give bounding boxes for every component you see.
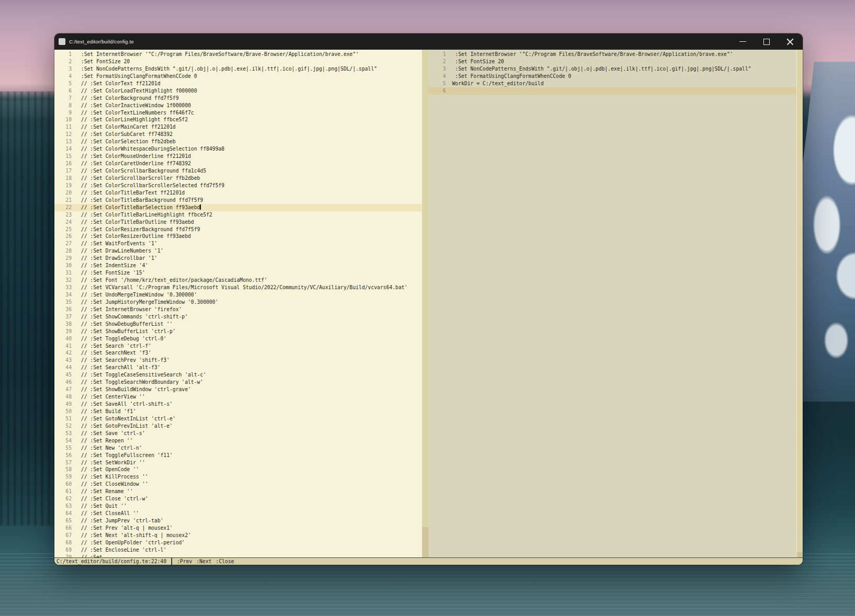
code-line[interactable]: 39 // :Set ShowBufferList 'ctrl-p'	[54, 328, 422, 335]
code-line[interactable]: 58 // :Set OpenCode ''	[54, 466, 422, 473]
code-line[interactable]: 3 :Set NonCodePatterns_EndsWith ".git/|.…	[429, 65, 796, 73]
code-line[interactable]: 17 // :Set ColorScrollbarBackground ffa1…	[54, 167, 422, 175]
code-line[interactable]: 55 // :Set New 'ctrl-n'	[54, 444, 422, 452]
code-line[interactable]: 61 // :Set Rename ''	[54, 488, 422, 495]
code-line[interactable]: 10 // :Set ColorLineHighlight ffbce5f2	[54, 116, 422, 123]
code-line[interactable]: 2 :Set FontSize 20	[429, 58, 796, 65]
code-line[interactable]: 38 // :Set ShowDebugBufferList ''	[54, 321, 422, 328]
right-scrollbar[interactable]	[796, 50, 803, 557]
code-line[interactable]: 53 // :Set Save 'ctrl-s'	[54, 430, 422, 437]
code-line[interactable]: 57 // :Set SetWorkDir ''	[54, 459, 422, 466]
code-line[interactable]: 59 // :Set KillProcess ''	[54, 473, 422, 481]
code-line[interactable]: 7 // :Set ColorBackground ffd7f5f9	[54, 95, 422, 102]
code-line[interactable]: 9 // :Set ColorTextLineNumbers ff646f7c	[54, 109, 422, 117]
code-line[interactable]: 3 :Set NonCodePatterns_EndsWith ".git/|.…	[54, 65, 422, 73]
code-line[interactable]: 2 :Set FontSize 20	[54, 58, 422, 65]
code-line[interactable]: 46 // :Set ToggleSearchWordBoundary 'alt…	[54, 379, 422, 386]
code-line[interactable]: 11 // :Set ColorMainCaret ff21201d	[54, 123, 422, 131]
code-line[interactable]: 5WorkDir = C:/text_editor/build	[429, 80, 796, 87]
code-line[interactable]: 23 // :Set ColorTitleBarLineHighlight ff…	[54, 211, 422, 219]
code-line[interactable]: 1 :Set InternetBrowser '"C:/Program File…	[429, 51, 796, 58]
minimize-button[interactable]	[731, 33, 755, 50]
code-line[interactable]: 31 // :Set FontSize '15'	[54, 269, 422, 277]
code-line[interactable]: 15 // :Set ColorMouseUnderline ff21201d	[54, 153, 422, 160]
code-line[interactable]: 47 // :Set ShowBuildWindow 'ctrl-grave'	[54, 386, 422, 393]
close-button[interactable]	[778, 33, 802, 50]
code-line[interactable]: 18 // :Set ColorScrollbarScroller ffb2db…	[54, 175, 422, 182]
left-scrollbar-thumb[interactable]	[422, 50, 429, 527]
code-line[interactable]: 62 // :Set Close 'ctrl-w'	[54, 495, 422, 503]
code-line[interactable]: 41 // :Set Search 'ctrl-f'	[54, 343, 422, 350]
line-number: 13	[54, 138, 72, 145]
code-line[interactable]: 66 // :Set Prev 'alt-q | mousex1'	[54, 524, 422, 532]
code-line[interactable]: 24 // :Set ColorTitleBarOutline ff93aebd	[54, 219, 422, 226]
code-line[interactable]: 56 // :Set ToggleFullscreen 'f11'	[54, 452, 422, 459]
code-line[interactable]: 49 // :Set SaveAll 'ctrl-shift-s'	[54, 401, 422, 408]
code-line[interactable]: 5 // :Set ColorText ff21201d	[54, 80, 422, 87]
code-line[interactable]: 25 // :Set ColorResizerBackground ffd7f5…	[54, 226, 422, 233]
code-line[interactable]: 14 // :Set ColorWhitespaceDuringSelectio…	[54, 145, 422, 153]
code-line[interactable]: 67 // :Set Next 'alt-shift-q | mousex2'	[54, 532, 422, 539]
code-line[interactable]: 19 // :Set ColorScrollbarScrollerSelecte…	[54, 182, 422, 189]
code-line[interactable]: 60 // :Set CloseWindow ''	[54, 481, 422, 488]
status-command-next[interactable]: :Next	[196, 558, 211, 564]
code-text: // :Set ColorTitleBarSelection ff93aebd	[72, 204, 201, 211]
app-icon	[59, 38, 65, 45]
code-line[interactable]: 70 // :Set	[54, 554, 422, 557]
code-line[interactable]: 8 // :Set ColorInactiveWindow 1f000000	[54, 102, 422, 109]
code-line[interactable]: 44 // :Set SearchAll 'alt-f3'	[54, 364, 422, 371]
code-line[interactable]: 54 // :Set Reopen ''	[54, 437, 422, 444]
code-line[interactable]: 51 // :Set GotoNextInList 'ctrl-e'	[54, 415, 422, 423]
code-line[interactable]: 6 // :Set ColorLoadTextHighlight f000000	[54, 87, 422, 95]
code-line[interactable]: 6	[429, 87, 796, 95]
code-line[interactable]: 37 // :Set ShowCommands 'ctrl-shift-p'	[54, 313, 422, 321]
code-line[interactable]: 12 // :Set ColorSubCaret ff748392	[54, 131, 422, 138]
code-line[interactable]: 4 :Set FormatUsingClangFormatWhenCCode 0	[54, 73, 422, 80]
code-line[interactable]: 22 // :Set ColorTitleBarSelection ff93ae…	[54, 204, 422, 211]
code-line[interactable]: 20 // :Set ColorTitleBarText ff21201d	[54, 189, 422, 197]
code-line[interactable]: 65 // :Set JumpPrev 'ctrl-tab'	[54, 517, 422, 524]
left-scrollbar[interactable]	[422, 50, 429, 557]
code-line[interactable]: 21 // :Set ColorTitleBarBackground ffd7f…	[54, 197, 422, 204]
line-number: 30	[54, 262, 72, 269]
editor-pane-inactive[interactable]: 1 :Set InternetBrowser '"C:/Program File…	[429, 50, 796, 557]
code-line[interactable]: 32 // :Set Font '/home/krz/text_editor/p…	[54, 277, 422, 284]
code-line[interactable]: 68 // :Set OpenUpFolder 'ctrl-period'	[54, 539, 422, 546]
code-line[interactable]: 40 // :Set ToggleDebug 'ctrl-0'	[54, 335, 422, 343]
code-line[interactable]: 52 // :Set GotoPrevInList 'alt-e'	[54, 423, 422, 430]
code-line[interactable]: 34 // :Set UndoMergeTimeWindow '0.300000…	[54, 291, 422, 299]
code-line[interactable]: 63 // :Set Quit ''	[54, 503, 422, 510]
maximize-button[interactable]	[755, 33, 778, 50]
line-number: 49	[54, 401, 72, 408]
right-scrollbar-thumb[interactable]	[797, 50, 803, 552]
line-number: 9	[54, 109, 72, 117]
code-line[interactable]: 26 // :Set ColorResizerOutline ff93aebd	[54, 233, 422, 240]
code-line[interactable]: 4 :Set FormatUsingClangFormatWhenCCode 0	[429, 73, 796, 80]
code-line[interactable]: 42 // :Set SearchNext 'f3'	[54, 349, 422, 357]
code-line[interactable]: 43 // :Set SearchPrev 'shift-f3'	[54, 357, 422, 364]
code-line[interactable]: 69 // :Set EncloseLine 'ctrl-l'	[54, 546, 422, 554]
code-line[interactable]: 1 :Set InternetBrowser '"C:/Program File…	[54, 51, 422, 58]
code-line[interactable]: 50 // :Set Build 'f1'	[54, 408, 422, 415]
code-line[interactable]: 29 // :Set DrawScrollbar '1'	[54, 255, 422, 262]
code-line[interactable]: 36 // :Set InternetBrowser 'firefox'	[54, 306, 422, 313]
code-line[interactable]: 16 // :Set ColorCaretUnderline ff748392	[54, 160, 422, 167]
editor-pane-active[interactable]: 1 :Set InternetBrowser '"C:/Program File…	[54, 50, 422, 557]
code-text: // :Set DrawLineNumbers '1'	[72, 247, 163, 255]
code-line[interactable]: 30 // :Set IndentSize '4'	[54, 262, 422, 269]
code-line[interactable]: 27 // :Set WaitForEvents '1'	[54, 240, 422, 247]
code-line[interactable]: 28 // :Set DrawLineNumbers '1'	[54, 247, 422, 255]
code-line[interactable]: 33 // :Set VCVarsall 'C:/Program Files/M…	[54, 284, 422, 291]
code-line[interactable]: 45 // :Set ToggleCaseSensitiveSearch 'al…	[54, 371, 422, 379]
code-line[interactable]: 35 // :Set JumpHistoryMergeTimeWindow '0…	[54, 299, 422, 306]
status-command-close[interactable]: :Close	[216, 558, 234, 564]
code-line[interactable]: 48 // :Set CenterView ''	[54, 393, 422, 401]
editor-area: 1 :Set InternetBrowser '"C:/Program File…	[54, 50, 803, 557]
line-number: 59	[54, 473, 72, 481]
code-line[interactable]: 64 // :Set CloseAll ''	[54, 510, 422, 517]
code-line[interactable]: 13 // :Set ColorSelection ffb2dbeb	[54, 138, 422, 145]
code-text: // :Set ColorTitleBarText ff21201d	[72, 189, 185, 197]
code-text: // :Set InternetBrowser 'firefox'	[72, 306, 182, 313]
code-text: // :Set ColorTitleBarLineHighlight ffbce…	[72, 211, 212, 219]
status-command-prev[interactable]: :Prev	[177, 558, 192, 564]
